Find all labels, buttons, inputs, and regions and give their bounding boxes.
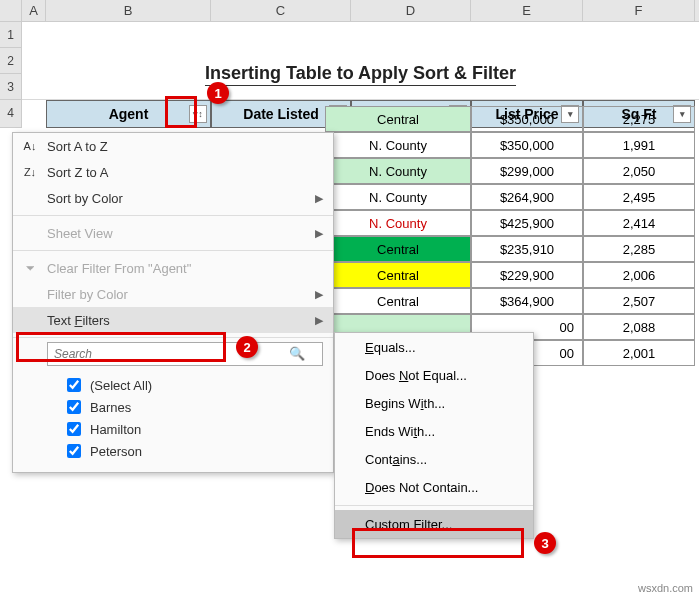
checkbox[interactable]	[67, 400, 81, 414]
cell-price[interactable]: $364,900	[471, 288, 583, 314]
callout-3: 3	[534, 532, 556, 554]
col-B[interactable]: B	[46, 0, 211, 21]
cell-price[interactable]: $264,900	[471, 184, 583, 210]
custom-filter[interactable]: Custom Filter...	[335, 510, 533, 538]
not-equal-label: Does Not Equal...	[365, 368, 467, 383]
does-not-equal[interactable]: Does Not Equal...	[335, 361, 533, 389]
clear-filter-label: Clear Filter From "Agent"	[47, 261, 191, 276]
cell-sqft[interactable]: 2,507	[583, 288, 695, 314]
check-label: Peterson	[90, 444, 142, 459]
custom-filter-label: Custom Filter...	[365, 517, 452, 532]
clear-filter: ⏷Clear Filter From "Agent"	[13, 255, 333, 281]
separator	[13, 215, 333, 216]
equals[interactable]: Equals...	[335, 333, 533, 361]
cell-area[interactable]: N. County	[325, 210, 471, 236]
cell-sqft[interactable]: 2,006	[583, 262, 695, 288]
cell-sqft[interactable]: 2,275	[583, 106, 695, 132]
cell-sqft[interactable]: 2,414	[583, 210, 695, 236]
th-date-label: Date Listed	[243, 106, 318, 122]
table-row: Central$235,9102,285	[325, 236, 695, 262]
cell-sqft[interactable]: 2,285	[583, 236, 695, 262]
filter-dropdown-icon[interactable]: ▾↕	[189, 105, 207, 123]
row-2[interactable]: 2	[0, 48, 22, 74]
cell-sqft[interactable]: 1,991	[583, 132, 695, 158]
check-label: Hamilton	[90, 422, 141, 437]
cell-area[interactable]: Central	[325, 236, 471, 262]
chevron-right-icon: ▶	[315, 192, 323, 205]
col-F[interactable]: F	[583, 0, 695, 21]
separator	[335, 505, 533, 506]
col-A[interactable]: A	[22, 0, 46, 21]
cell-area[interactable]: Central	[325, 288, 471, 314]
cell-price[interactable]: $235,910	[471, 236, 583, 262]
text-filters[interactable]: Text Filters▶	[13, 307, 333, 333]
watermark: wsxdn.com	[638, 582, 693, 594]
search-box[interactable]: 🔍	[47, 342, 323, 366]
col-E[interactable]: E	[471, 0, 583, 21]
cell-price[interactable]: $350,000	[471, 132, 583, 158]
clear-filter-icon: ⏷	[21, 262, 39, 274]
search-input[interactable]	[47, 342, 323, 366]
table-row: N. County$264,9002,495	[325, 184, 695, 210]
checkbox[interactable]	[67, 444, 81, 458]
row-headers: 1 2 3 4	[0, 22, 22, 128]
check-peterson[interactable]: Peterson	[63, 440, 323, 462]
th-agent[interactable]: Agent ▾↕	[46, 100, 211, 128]
ends-label: Ends With...	[365, 424, 435, 439]
sort-za-label: Sort Z to A	[47, 165, 108, 180]
row-1[interactable]: 1	[0, 22, 22, 48]
filter-color-label: Filter by Color	[47, 287, 128, 302]
separator	[13, 337, 333, 338]
checkbox[interactable]	[67, 378, 81, 392]
sort-az-icon: A↓	[21, 140, 39, 152]
does-not-contain[interactable]: Does Not Contain...	[335, 473, 533, 501]
table-row: Central$229,9002,006	[325, 262, 695, 288]
text-filters-submenu: Equals... Does Not Equal... Begins With.…	[334, 332, 534, 539]
cell-area[interactable]: Central	[325, 106, 471, 132]
corner	[0, 0, 22, 21]
cell-price[interactable]: $350,000	[471, 106, 583, 132]
row-3[interactable]: 3	[0, 74, 22, 100]
check-barnes[interactable]: Barnes	[63, 396, 323, 418]
page-title: Inserting Table to Apply Sort & Filter	[22, 48, 699, 100]
cell-sqft[interactable]: 2,001	[583, 340, 695, 366]
table-row: Central$364,9002,507	[325, 288, 695, 314]
check-hamilton[interactable]: Hamilton	[63, 418, 323, 440]
cell-area[interactable]: N. County	[325, 132, 471, 158]
chevron-right-icon: ▶	[315, 314, 323, 327]
sort-za[interactable]: Z↓Sort Z to A	[13, 159, 333, 185]
cell-price[interactable]: $229,900	[471, 262, 583, 288]
not-contain-label: Does Not Contain...	[365, 480, 478, 495]
table-row: Central$350,0002,275	[325, 106, 695, 132]
cell-sqft[interactable]: 2,050	[583, 158, 695, 184]
sheet-view-label: Sheet View	[47, 226, 113, 241]
cell-area[interactable]: Central	[325, 262, 471, 288]
sort-by-color[interactable]: Sort by Color▶	[13, 185, 333, 211]
cell-area[interactable]: N. County	[325, 158, 471, 184]
begins-with[interactable]: Begins With...	[335, 389, 533, 417]
check-label: (Select All)	[90, 378, 152, 393]
cell-price[interactable]: $425,900	[471, 210, 583, 236]
sheet-view: Sheet View▶	[13, 220, 333, 246]
contains-label: Contains...	[365, 452, 427, 467]
row-4[interactable]: 4	[0, 100, 22, 128]
contains[interactable]: Contains...	[335, 445, 533, 473]
sort-za-icon: Z↓	[21, 166, 39, 178]
cell-sqft[interactable]: 2,495	[583, 184, 695, 210]
sort-az[interactable]: A↓Sort A to Z	[13, 133, 333, 159]
sort-az-label: Sort A to Z	[47, 139, 108, 154]
cell-price[interactable]: $299,000	[471, 158, 583, 184]
cell-area[interactable]: N. County	[325, 184, 471, 210]
table-row: N. County$350,0001,991	[325, 132, 695, 158]
cell-sqft[interactable]: 2,088	[583, 314, 695, 340]
sort-color-label: Sort by Color	[47, 191, 123, 206]
col-D[interactable]: D	[351, 0, 471, 21]
equals-label: Equals...	[365, 340, 416, 355]
checkbox[interactable]	[67, 422, 81, 436]
col-C[interactable]: C	[211, 0, 351, 21]
chevron-right-icon: ▶	[315, 288, 323, 301]
col-headers: A B C D E F	[0, 0, 699, 22]
check-select-all[interactable]: (Select All)	[63, 374, 323, 396]
filter-by-color: Filter by Color▶	[13, 281, 333, 307]
ends-with[interactable]: Ends With...	[335, 417, 533, 445]
